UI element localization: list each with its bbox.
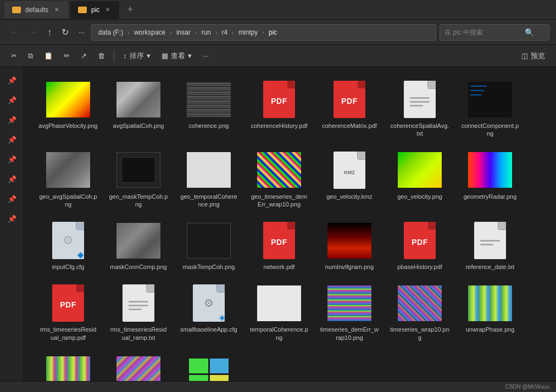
file-item[interactable]: velocity.png (176, 350, 242, 381)
delete-button[interactable]: 🗑 (93, 49, 109, 63)
file-item[interactable]: ⚙ ◈ smallbaselineApp.cfg (176, 279, 242, 346)
file-name: connectComponent.png (460, 122, 520, 138)
forward-button[interactable]: → (25, 25, 41, 40)
sidebar-icon-6[interactable]: 📌 (3, 170, 21, 188)
breadcrumb-mintpy[interactable]: mintpy (236, 27, 260, 37)
tab-new[interactable]: + (121, 1, 138, 19)
file-grid: avgPhaseVelocity.png avgSpatialCoh.png c… (35, 76, 545, 381)
cut-button[interactable]: ✂ (7, 49, 21, 63)
file-item[interactable]: geometryRadar.png (457, 147, 523, 213)
main-area: 📌 📌 📌 📌 📌 📌 📌 📌 avgPhaseVelocity.png a (0, 67, 556, 381)
view-chevron: ▾ (188, 52, 192, 60)
file-item[interactable]: temporalCoherence.png (246, 279, 312, 346)
breadcrumb-r4[interactable]: r4 (220, 27, 230, 37)
sidebar-icon-1[interactable]: 📌 (3, 71, 21, 89)
file-item[interactable]: unwrapPhase_wrap.png (105, 350, 171, 381)
file-item[interactable]: coherence.png (176, 76, 242, 142)
sort-button[interactable]: ↕ 排序 ▾ (119, 48, 155, 64)
file-item[interactable]: geo_velocity.png (387, 147, 453, 213)
file-item[interactable]: geo_avgSpatialCoh.png (35, 147, 101, 213)
share-icon: ↗ (81, 52, 87, 60)
copy-button[interactable]: ⧉ (24, 49, 37, 63)
back-button[interactable]: ← (7, 25, 22, 40)
sidebar-icon-5[interactable]: 📌 (3, 150, 21, 168)
file-item[interactable]: numInvIfgram.png (316, 217, 382, 275)
file-icon-unwrap-wrap (116, 355, 160, 381)
up-button[interactable]: ↑ (44, 25, 55, 40)
file-name: geo_avgSpatialCoh.png (38, 193, 98, 209)
search-input[interactable] (444, 29, 521, 36)
file-name: smallbaselineApp.cfg (180, 326, 237, 333)
file-name: rms_timeseriesResidual_ramp.pdf (38, 326, 98, 341)
file-item[interactable]: KMZ geo_velocity.kmz (316, 147, 382, 213)
file-item[interactable]: avgSpatialCoh.png (105, 76, 171, 142)
file-item[interactable]: unwrapPhase.png (457, 279, 523, 346)
breadcrumb-insar[interactable]: insar (174, 27, 193, 37)
file-item[interactable]: maskTempCoh.png (176, 217, 242, 275)
file-item[interactable]: geo_temporalCoherence.png (176, 147, 242, 213)
preview-toggle-button[interactable]: ◫ 预览 (517, 48, 549, 64)
file-icon-unwrap-bridging (46, 355, 90, 381)
sidebar-icon-2[interactable]: 📌 (3, 91, 21, 109)
cut-icon: ✂ (11, 52, 17, 60)
file-item[interactable]: timeseries_wrap10.png (387, 279, 453, 346)
sidebar-icon-3[interactable]: 📌 (3, 111, 21, 128)
file-item[interactable]: PDF pbaseHistory.pdf (387, 217, 453, 275)
more-button[interactable]: ··· (198, 49, 213, 63)
file-icon-network: PDF (257, 221, 301, 260)
file-name: timeseries_demErr_wrap10.png (320, 326, 379, 341)
breadcrumb-run[interactable]: run (199, 27, 213, 37)
search-box[interactable]: 🔍 (440, 24, 549, 41)
refresh-button[interactable]: ↻ (58, 25, 72, 40)
file-item[interactable]: maskConnComp.png (105, 217, 171, 275)
pdf-label: PDF (412, 238, 428, 247)
file-name: geo_temporalCoherence.png (179, 193, 238, 209)
file-item[interactable]: timeseries_demErr_wrap10.png (316, 279, 382, 346)
file-item[interactable]: coherenceSpatialAvg.txt (387, 76, 453, 142)
file-name: avgPhaseVelocity.png (38, 122, 97, 130)
file-icon-rms-pdf: PDF (46, 284, 90, 322)
file-name: rms_timeseriesResidual_ramp.txt (109, 326, 168, 341)
view-icon: ▦ (162, 52, 168, 60)
paste-button[interactable]: 📋 (40, 49, 57, 63)
tab-pic[interactable]: pic ✕ (70, 1, 119, 19)
sidebar-icon-8[interactable]: 📌 (3, 210, 21, 227)
view-button[interactable]: ▦ 查看 ▾ (157, 48, 196, 64)
file-item[interactable]: ⚙ ◈ inputCfg.cfg (35, 217, 101, 275)
toolbar-right: ◫ 预览 (517, 48, 549, 64)
file-icon-avgspatial (116, 80, 160, 119)
file-item[interactable]: geo_maskTempCoh.png (105, 147, 171, 213)
file-item[interactable]: rms_timeseriesResidual_ramp.txt (105, 279, 171, 346)
file-item[interactable]: PDF network.pdf (246, 217, 312, 275)
file-name: geo_maskTempCoh.png (109, 193, 168, 209)
tab-close-pic[interactable]: ✕ (104, 6, 112, 14)
file-icon-geovelokmz: KMZ (327, 151, 371, 189)
file-item[interactable]: avgPhaseVelocity.png (35, 76, 101, 142)
toolbar-separator (114, 50, 114, 62)
file-item[interactable]: PDF rms_timeseriesResidual_ramp.pdf (35, 279, 101, 346)
file-icon-cohhistory: PDF (257, 80, 301, 119)
tab-defaults[interactable]: defaults ✕ (4, 1, 68, 19)
file-name: pbaseHistory.pdf (397, 263, 442, 271)
tab-close-defaults[interactable]: ✕ (53, 6, 60, 14)
file-icon-smallbaseline: ⚙ ◈ (187, 284, 231, 322)
file-item[interactable]: ▪▪▪▪▪▪▪▪▪▪▪▪▪▪▪▪▪▪▪▪▪▪▪▪▪▪▪▪▪▪ connectCo… (457, 76, 523, 142)
breadcrumb-workspace[interactable]: workspace (132, 27, 168, 37)
file-item[interactable]: geo_timeseries_demErr_wrap10.png (246, 147, 312, 213)
file-item[interactable]: unwrapPhase_bridging.png (35, 350, 101, 381)
file-item[interactable]: PDF coherenceHistory.pdf (246, 76, 312, 142)
breadcrumb-pic[interactable]: pic (266, 27, 279, 37)
sidebar-icon-4[interactable]: 📌 (3, 131, 21, 148)
delete-icon: 🗑 (98, 52, 105, 60)
more-nav-button[interactable]: ··· (75, 26, 88, 38)
breadcrumb-data[interactable]: data (F:) (96, 27, 125, 37)
sidebar-icon-7[interactable]: 📌 (3, 190, 21, 208)
file-name: reference_date.txt (466, 263, 515, 271)
share-button[interactable]: ↗ (76, 49, 91, 63)
file-item[interactable]: PDF coherenceMatrix.pdf (316, 76, 382, 142)
rename-button[interactable]: ✏ (59, 49, 74, 63)
file-area[interactable]: avgPhaseVelocity.png avgSpatialCoh.png c… (24, 67, 556, 381)
file-name: timeseries_wrap10.png (390, 326, 449, 341)
file-name: coherenceSpatialAvg.txt (390, 122, 449, 138)
file-item[interactable]: reference_date.txt (457, 217, 523, 275)
